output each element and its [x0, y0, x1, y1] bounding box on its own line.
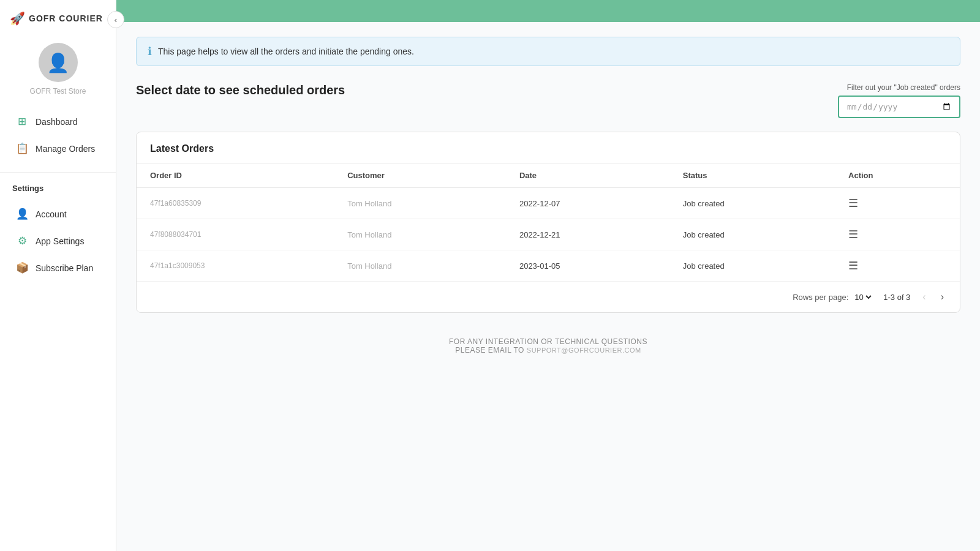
- sidebar-item-dashboard[interactable]: ⊞ Dashboard: [4, 108, 112, 135]
- table-row: 47f1a60835309 Tom Holland 2022-12-07 Job…: [137, 188, 960, 219]
- settings-nav: 👤 Account ⚙ App Settings 📦 Subscribe Pla…: [0, 195, 116, 287]
- logo-icon: 🚀: [10, 11, 25, 26]
- rows-per-page-control: Rows per page: 10 25 50: [793, 292, 873, 302]
- page-title: Select date to see scheduled orders: [136, 83, 345, 97]
- sidebar-item-app-settings[interactable]: ⚙ App Settings: [4, 228, 112, 254]
- col-action: Action: [835, 163, 960, 188]
- sidebar-collapse-button[interactable]: ‹: [107, 11, 124, 28]
- subscribe-icon: 📦: [16, 261, 28, 274]
- page-footer: FOR ANY INTEGRATION OR TECHNICAL QUESTIO…: [136, 313, 960, 367]
- date-filter-row: Select date to see scheduled orders Filt…: [136, 83, 960, 118]
- table-header: Order ID Customer Date Status Action: [137, 163, 960, 188]
- filter-label: Filter out your "Job created" orders: [847, 83, 960, 92]
- logo: 🚀 GOFR COURIER: [0, 0, 116, 32]
- info-banner: ℹ This page helps to view all the orders…: [136, 37, 960, 66]
- cell-action: ☰: [835, 188, 960, 219]
- action-menu-icon[interactable]: ☰: [848, 197, 858, 209]
- sidebar-item-label: Dashboard: [36, 117, 78, 127]
- cell-customer: Tom Holland: [334, 219, 506, 250]
- cell-status: Job created: [669, 188, 835, 219]
- orders-card: Latest Orders Order ID Customer Date Sta…: [136, 132, 960, 313]
- table-row: 47f8088034701 Tom Holland 2022-12-21 Job…: [137, 219, 960, 250]
- sidebar-item-label: Account: [36, 209, 67, 219]
- col-customer: Customer: [334, 163, 506, 188]
- cell-status: Job created: [669, 250, 835, 282]
- cell-status: Job created: [669, 219, 835, 250]
- logo-text: GOFR COURIER: [29, 13, 103, 23]
- divider: [0, 172, 116, 173]
- info-icon: ℹ: [148, 45, 152, 58]
- cell-order-id: 47f1a60835309: [137, 188, 334, 219]
- orders-icon: 📋: [16, 142, 28, 155]
- sidebar-item-label: App Settings: [36, 236, 84, 246]
- rows-per-page-label: Rows per page:: [793, 293, 848, 302]
- sidebar-item-label: Subscribe Plan: [36, 263, 93, 273]
- content-area: ℹ This page helps to view all the orders…: [116, 22, 980, 551]
- pagination-info: 1-3 of 3: [883, 293, 910, 302]
- action-menu-icon[interactable]: ☰: [848, 228, 858, 241]
- cell-action: ☰: [835, 250, 960, 282]
- date-filter-right: Filter out your "Job created" orders: [838, 83, 960, 118]
- sidebar-item-manage-orders[interactable]: 📋 Manage Orders: [4, 135, 112, 162]
- cell-customer: Tom Holland: [334, 250, 506, 282]
- footer-line2: PLEASE EMAIL TO SUPPORT@GOFRCOURIER.COM: [136, 346, 960, 354]
- sidebar-item-subscribe-plan[interactable]: 📦 Subscribe Plan: [4, 255, 112, 281]
- info-banner-text: This page helps to view all the orders a…: [158, 47, 414, 56]
- account-icon: 👤: [16, 208, 28, 220]
- cell-date: 2022-12-07: [506, 188, 669, 219]
- cell-date: 2022-12-21: [506, 219, 669, 250]
- cell-customer: Tom Holland: [334, 188, 506, 219]
- store-name: GOFR Test Store: [30, 87, 86, 96]
- orders-card-title: Latest Orders: [137, 132, 960, 163]
- orders-table: Order ID Customer Date Status Action 47f…: [137, 163, 960, 281]
- rows-per-page-select[interactable]: 10 25 50: [852, 292, 873, 302]
- sidebar: ‹ 🚀 GOFR COURIER 👤 GOFR Test Store ⊞ Das…: [0, 0, 116, 551]
- action-menu-icon[interactable]: ☰: [848, 260, 858, 272]
- cell-order-id: 47f8088034701: [137, 219, 334, 250]
- date-picker-input[interactable]: [838, 96, 960, 118]
- main-content: ℹ This page helps to view all the orders…: [116, 0, 980, 551]
- sidebar-item-label: Manage Orders: [36, 144, 95, 154]
- main-nav: ⊞ Dashboard 📋 Manage Orders: [0, 103, 116, 167]
- table-body: 47f1a60835309 Tom Holland 2022-12-07 Job…: [137, 188, 960, 282]
- cell-date: 2023-01-05: [506, 250, 669, 282]
- footer-email: SUPPORT@GOFRCOURIER.COM: [527, 347, 641, 354]
- person-icon: 👤: [47, 52, 69, 73]
- chevron-left-icon: ‹: [115, 15, 117, 24]
- avatar: 👤: [39, 43, 78, 82]
- col-date: Date: [506, 163, 669, 188]
- table-row: 47f1a1c3009053 Tom Holland 2023-01-05 Jo…: [137, 250, 960, 282]
- user-avatar-area: 👤 GOFR Test Store: [0, 32, 116, 103]
- pagination-next-button[interactable]: ›: [938, 290, 946, 304]
- pagination-prev-button[interactable]: ‹: [920, 290, 928, 304]
- cell-order-id: 47f1a1c3009053: [137, 250, 334, 282]
- sidebar-item-account[interactable]: 👤 Account: [4, 201, 112, 227]
- settings-icon: ⚙: [16, 234, 28, 247]
- table-footer: Rows per page: 10 25 50 1-3 of 3 ‹ ›: [137, 281, 960, 312]
- cell-action: ☰: [835, 219, 960, 250]
- settings-section-label: Settings: [0, 178, 116, 195]
- col-order-id: Order ID: [137, 163, 334, 188]
- dashboard-icon: ⊞: [16, 115, 28, 128]
- col-status: Status: [669, 163, 835, 188]
- top-banner: [116, 0, 980, 22]
- footer-line1: FOR ANY INTEGRATION OR TECHNICAL QUESTIO…: [136, 337, 960, 346]
